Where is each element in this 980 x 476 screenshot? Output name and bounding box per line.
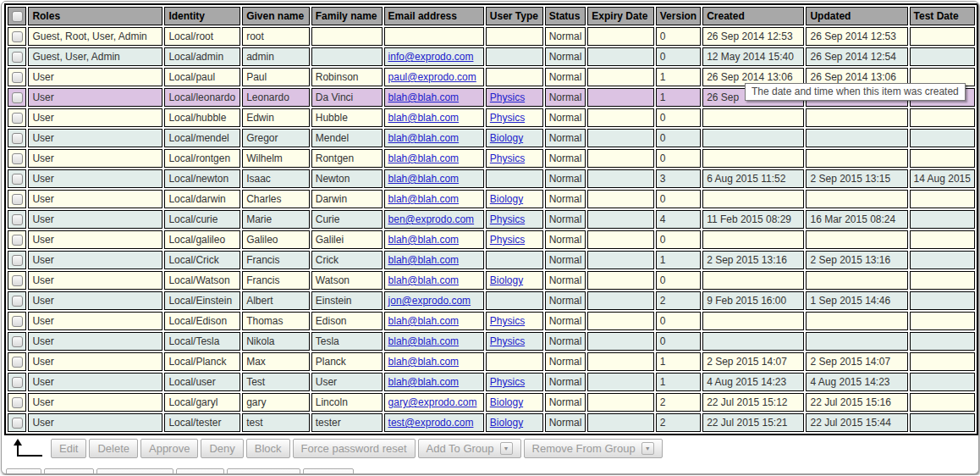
user-type-link[interactable]: Biology [490, 132, 523, 144]
table-row[interactable]: UserLocal/TeslaNikolaTeslablah@blah.comP… [8, 332, 975, 351]
table-row[interactable]: UserLocal/rontgenWilhelmRontgenblah@blah… [8, 149, 975, 168]
edit-button[interactable]: Edit [6, 468, 41, 474]
user-type-link[interactable]: Biology [490, 193, 523, 205]
email-link[interactable]: blah@blah.com [388, 356, 460, 368]
table-row[interactable]: UserLocal/EinsteinAlbertEinsteinjon@expr… [8, 291, 975, 310]
column-header-test-date[interactable]: Test Date [910, 7, 975, 25]
table-row[interactable]: UserLocal/CrickFrancisCrickblah@blah.com… [8, 251, 975, 269]
dropdown-arrow-icon[interactable]: ▼ [641, 442, 654, 455]
email-link[interactable]: blah@blah.com [388, 335, 460, 347]
select-all-checkbox[interactable] [12, 11, 23, 22]
add-to-group-button[interactable]: Add To Group▼ [418, 439, 521, 458]
delete-button[interactable]: Delete [176, 468, 225, 474]
column-header-identity[interactable]: Identity [164, 7, 240, 25]
email-link[interactable]: gary@exprodo.com [388, 396, 477, 408]
row-checkbox[interactable] [12, 255, 23, 266]
column-header-roles[interactable]: Roles [28, 7, 162, 25]
table-row[interactable]: UserLocal/galileoGalileoGalileiblah@blah… [8, 230, 975, 249]
column-header-email-address[interactable]: Email address [384, 7, 484, 25]
history-button[interactable]: History [303, 468, 354, 474]
column-header-created[interactable]: Created [702, 7, 804, 25]
table-row[interactable]: UserLocal/testertesttestertest@exprodo.c… [8, 413, 975, 432]
email-link[interactable]: blah@blah.com [388, 132, 460, 144]
email-link[interactable]: paul@exprodo.com [388, 71, 476, 83]
email-link[interactable]: blah@blah.com [388, 112, 460, 124]
user-type-link[interactable]: Physics [490, 91, 525, 103]
email-link[interactable]: blah@blah.com [388, 91, 460, 103]
email-link[interactable]: blah@blah.com [388, 152, 460, 164]
row-checkbox[interactable] [12, 113, 23, 124]
email-link[interactable]: blah@blah.com [388, 193, 460, 205]
row-checkbox[interactable] [12, 92, 23, 103]
email-link[interactable]: test@exprodo.com [388, 417, 474, 429]
table-row[interactable]: UserLocal/curieMarieCurieben@exprodo.com… [8, 210, 975, 229]
column-header-updated[interactable]: Updated [806, 7, 907, 25]
table-row[interactable]: UserLocal/userTestUserblah@blah.comPhysi… [8, 373, 975, 391]
row-checkbox[interactable] [12, 357, 23, 368]
cell-family-name: Einstein [311, 291, 383, 310]
user-type-link[interactable]: Physics [490, 335, 525, 347]
email-link[interactable]: jon@exprodo.com [388, 295, 471, 307]
email-link[interactable]: blah@blah.com [388, 315, 460, 327]
table-row[interactable]: UserLocal/EdisonThomasEdisonblah@blah.co… [8, 312, 975, 330]
user-type-link[interactable]: Biology [490, 417, 523, 429]
row-checkbox[interactable] [12, 72, 23, 83]
row-checkbox[interactable] [12, 31, 23, 42]
approve-button[interactable]: Approve [140, 439, 198, 458]
table-row[interactable]: Guest, User, AdminLocal/adminadmininfo@e… [8, 47, 975, 66]
create-button[interactable]: Create [44, 468, 94, 474]
table-row[interactable]: UserLocal/garylgaryLincolngary@exprodo.c… [8, 393, 975, 412]
delete-selected-button[interactable]: Delete [89, 439, 138, 458]
row-checkbox[interactable] [12, 153, 23, 164]
email-link[interactable]: blah@blah.com [388, 254, 460, 266]
column-header-user-type[interactable]: User Type [486, 7, 543, 25]
email-link[interactable]: blah@blah.com [388, 234, 460, 246]
email-link[interactable]: ben@exprodo.com [388, 213, 475, 225]
user-type-link[interactable]: Physics [490, 234, 525, 246]
table-row[interactable]: UserLocal/darwinCharlesDarwinblah@blah.c… [8, 190, 975, 208]
email-link[interactable]: blah@blah.com [388, 173, 460, 185]
table-row[interactable]: UserLocal/WatsonFrancisWatsonblah@blah.c… [8, 271, 975, 290]
column-header-status[interactable]: Status [545, 7, 586, 25]
user-type-link[interactable]: Physics [490, 376, 525, 388]
row-checkbox[interactable] [12, 235, 23, 246]
row-checkbox[interactable] [12, 296, 23, 307]
row-checkbox[interactable] [12, 377, 23, 388]
table-row[interactable]: UserLocal/hubbleEdwinHubbleblah@blah.com… [8, 108, 975, 127]
table-row[interactable]: UserLocal/mendelGregorMendelblah@blah.co… [8, 129, 975, 147]
column-header-expiry-date[interactable]: Expiry Date [587, 7, 653, 25]
row-checkbox[interactable] [12, 214, 23, 225]
user-type-link[interactable]: Physics [490, 213, 525, 225]
row-checkbox[interactable] [12, 52, 23, 63]
block-button[interactable]: Block [246, 439, 290, 458]
email-link[interactable]: info@exprodo.com [388, 51, 474, 63]
row-checkbox[interactable] [12, 133, 23, 144]
column-header-given-name[interactable]: Given name [242, 7, 310, 25]
remove-from-group-button[interactable]: Remove From Group▼ [524, 439, 663, 458]
user-type-link[interactable]: Physics [490, 112, 525, 124]
force-password-reset-button[interactable]: Force password reset [293, 439, 416, 458]
table-row[interactable]: Guest, Root, User, AdminLocal/rootrootNo… [8, 27, 975, 46]
email-link[interactable]: blah@blah.com [388, 274, 460, 286]
deny-button[interactable]: Deny [201, 439, 243, 458]
user-type-link[interactable]: Biology [490, 396, 523, 408]
edit-selected-button[interactable]: Edit [51, 439, 86, 458]
user-type-link[interactable]: Physics [490, 152, 525, 164]
user-type-link[interactable]: Biology [490, 274, 523, 286]
row-checkbox[interactable] [12, 194, 23, 205]
table-row[interactable]: UserLocal/PlanckMaxPlanckblah@blah.comNo… [8, 352, 975, 371]
row-checkbox[interactable] [12, 275, 23, 286]
user-type-link[interactable]: Physics [490, 315, 525, 327]
row-checkbox[interactable] [12, 316, 23, 327]
dropdown-arrow-icon[interactable]: ▼ [500, 442, 513, 455]
row-checkbox[interactable] [12, 418, 23, 429]
column-header-family-name[interactable]: Family name [311, 7, 383, 25]
row-checkbox[interactable] [12, 336, 23, 347]
row-checkbox[interactable] [12, 174, 23, 185]
references-button[interactable]: References [227, 468, 300, 474]
row-checkbox[interactable] [12, 397, 23, 408]
column-header-version[interactable]: Version [656, 7, 701, 25]
email-link[interactable]: blah@blah.com [388, 376, 460, 388]
create-copy-button[interactable]: Create copy [96, 468, 173, 474]
table-row[interactable]: UserLocal/newtonIsaacNewtonblah@blah.com… [8, 169, 975, 188]
